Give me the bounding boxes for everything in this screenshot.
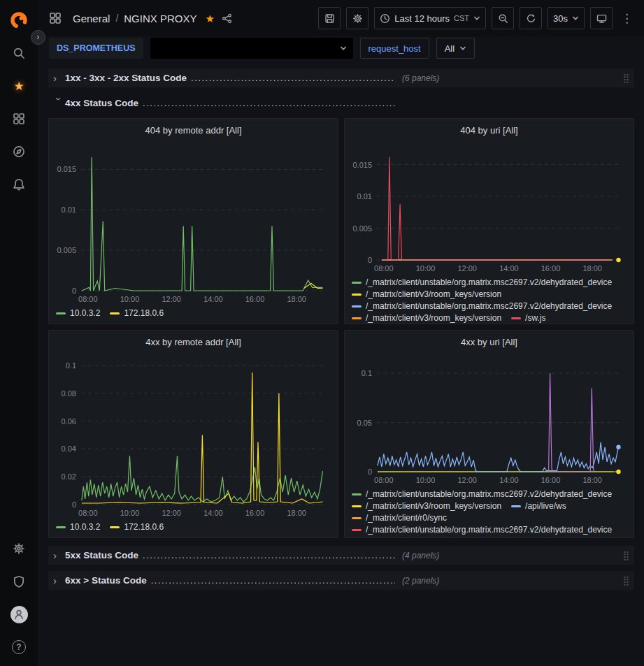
svg-text:0.1: 0.1 [362,369,372,377]
row-panel-count: (6 panels) [402,73,439,83]
time-series-chart[interactable]: 00.0050.010.01508:0010:0012:0014:0016:00… [52,141,335,305]
legend-item[interactable]: 10.0.3.2 [56,308,100,318]
save-dashboard-button[interactable] [318,7,341,29]
save-icon [324,13,335,24]
panel-title[interactable]: 4xx by uri [All] [345,331,634,353]
legend-swatch [56,526,66,528]
chart-legend: /_matrix/client/unstable/org.matrix.msc2… [345,486,634,537]
request-host-label[interactable]: request_host [360,38,429,59]
svg-text:16:00: 16:00 [245,295,265,303]
refresh-interval-picker[interactable]: 30s [548,7,585,29]
panel-title[interactable]: 4xx by remote addr [All] [49,331,338,353]
svg-text:12:00: 12:00 [457,264,477,273]
panel-title[interactable]: 404 by uri [All] [345,119,634,141]
legend-item[interactable]: 10.0.3.2 [56,522,100,532]
legend-item[interactable]: /_matrix/client/r0/sync [352,513,447,523]
legend-item[interactable]: 172.18.0.6 [110,522,164,532]
chevron-down-icon [459,45,466,52]
time-series-chart[interactable]: 00.050.108:0010:0012:0014:0016:0018:00 [348,353,631,486]
refresh-button[interactable] [520,7,542,29]
panel-4xx-by-remote-addr: 4xx by remote addr [All] 00.020.040.060.… [48,330,338,538]
row-title: 1xx - 3xx - 2xx Status Code [65,73,187,83]
legend-swatch [352,517,362,519]
legend-item[interactable]: /_matrix/client/v3/room_keys/version [352,313,501,323]
sidebar: ★ ? [0,0,38,666]
configuration-gear-icon[interactable] [7,537,31,560]
tv-mode-button[interactable] [590,7,613,29]
chart-legend: /_matrix/client/unstable/org.matrix.msc2… [345,274,634,324]
admin-shield-icon[interactable] [7,570,31,593]
dashboards-icon[interactable] [7,107,31,131]
row-drag-handle[interactable]: ⣿ [622,73,629,82]
legend-swatch [352,282,362,284]
row-drag-handle[interactable]: ⣿ [622,576,629,585]
row-4xx[interactable]: › 4xx Status Code ......................… [48,94,634,113]
starred-dashboards-icon[interactable]: ★ [7,74,31,98]
datasource-label[interactable]: DS_PROMETHEUS [49,38,143,59]
legend-label: /_matrix/client/unstable/org.matrix.msc2… [366,525,612,535]
svg-text:0.005: 0.005 [352,224,372,233]
breadcrumb-separator: / [115,13,118,24]
request-host-select[interactable]: All [436,38,475,59]
chevron-right-icon: › [53,73,65,83]
legend-item[interactable]: /_matrix/client/unstable/org.matrix.msc2… [352,301,612,311]
row-drag-handle[interactable]: ⣿ [622,551,629,560]
legend-item[interactable]: /_matrix/client/unstable/org.matrix.msc2… [352,277,612,287]
refresh-icon [526,13,536,24]
legend-item[interactable]: /_matrix/client/unstable/org.matrix.msc2… [352,525,612,535]
svg-text:08:00: 08:00 [78,509,98,517]
timezone-label: CST [454,14,469,22]
legend-swatch [352,529,362,531]
gear-icon [352,13,363,24]
legend-item[interactable]: 172.18.0.6 [110,308,164,318]
time-series-chart[interactable]: 00.020.040.060.080.108:0010:0012:0014:00… [52,353,335,519]
time-range-picker[interactable]: Last 12 hours CST [374,7,486,29]
svg-text:0.06: 0.06 [62,417,76,426]
svg-text:12:00: 12:00 [162,295,181,303]
search-icon[interactable] [7,41,31,65]
svg-text:12:00: 12:00 [162,509,181,517]
breadcrumb-dashboard-title[interactable]: NGINX PROXY [124,13,196,24]
row-panel-count: (2 panels) [402,576,439,586]
legend-item[interactable]: /_matrix/client/v3/room_keys/version [352,501,501,511]
user-avatar[interactable] [7,602,31,626]
template-variables-bar: DS_PROMETHEUS request_host All [38,36,644,63]
zoom-out-button[interactable] [492,7,514,29]
legend-item[interactable]: /_matrix/client/unstable/org.matrix.msc2… [352,489,612,499]
sidebar-expand-button[interactable]: › [31,30,45,45]
svg-text:10:00: 10:00 [416,264,436,273]
legend-swatch [352,493,362,495]
panel-404-by-remote-addr: 404 by remote addr [All] 00.0050.010.015… [48,118,338,324]
breadcrumb-section[interactable]: General [73,13,110,24]
dashboard-grid-icon[interactable] [49,12,62,24]
row-5xx[interactable]: › 5xx Status Code ......................… [48,546,634,565]
share-icon[interactable] [220,13,234,24]
alerting-bell-icon[interactable] [7,173,31,196]
datasource-variable-select[interactable] [150,38,353,59]
grafana-logo[interactable] [7,8,31,32]
explore-compass-icon[interactable] [7,140,31,164]
svg-text:0.015: 0.015 [352,161,372,169]
svg-text:08:00: 08:00 [374,476,394,484]
dashboard-content: › 1xx - 3xx - 2xx Status Code ..........… [38,63,644,666]
favorite-star-icon[interactable]: ★ [205,13,214,24]
svg-text:14:00: 14:00 [203,295,223,303]
row-title: 5xx Status Code [65,550,138,560]
row-leader-dots: ........................................… [151,575,395,586]
kebab-menu-icon[interactable]: ⋮ [618,13,636,24]
svg-text:0.005: 0.005 [57,246,76,254]
help-icon[interactable]: ? [7,635,31,659]
dashboard-settings-button[interactable] [346,7,368,29]
legend-item[interactable]: /api/live/ws [511,501,566,511]
monitor-icon [596,13,607,24]
legend-item[interactable]: /_matrix/client/v3/room_keys/version [352,289,501,299]
legend-label: 10.0.3.2 [70,308,100,318]
svg-text:16:00: 16:00 [541,476,561,484]
panel-title[interactable]: 404 by remote addr [All] [49,119,338,141]
time-series-chart[interactable]: 00.0050.010.01508:0010:0012:0014:0016:00… [348,141,631,274]
row-6xx[interactable]: › 6xx > Status Code ....................… [48,571,634,590]
svg-text:0: 0 [368,468,372,476]
row-1xx-3xx-2xx[interactable]: › 1xx - 3xx - 2xx Status Code ..........… [48,68,634,87]
legend-label: 10.0.3.2 [70,522,100,532]
legend-item[interactable]: /sw.js [511,313,545,323]
